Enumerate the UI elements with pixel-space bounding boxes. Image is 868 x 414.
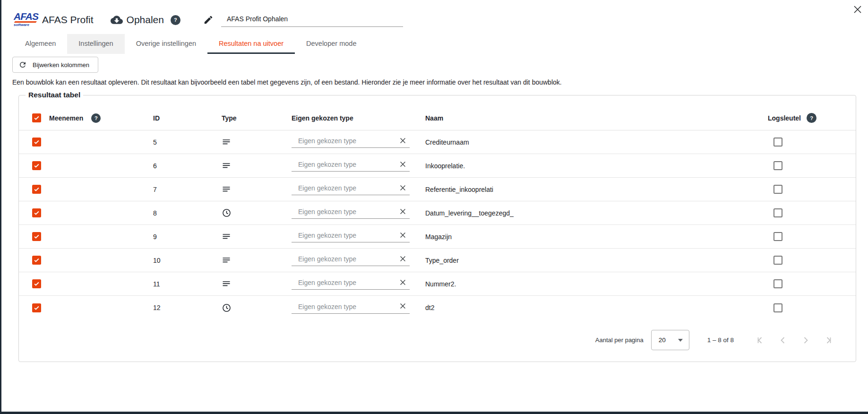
include-checkbox[interactable] [32,208,41,217]
tab-algemeen[interactable]: Algemeen [14,34,67,54]
logkey-checkbox[interactable] [773,208,782,217]
include-checkbox[interactable] [32,256,41,265]
text-type-icon [222,138,292,147]
row-id: 11 [153,280,222,288]
column-header-logsleutel: Logsleutel [768,114,801,122]
custom-type-input[interactable] [292,160,399,168]
first-page-icon[interactable] [755,335,766,346]
logsleutel-help-badge[interactable]: ? [807,113,816,123]
last-page-icon[interactable] [823,335,834,346]
logo-swoosh [14,21,37,23]
table-row: 11 Nummer2. [19,272,856,296]
logo-brand-text: AFAS [14,12,38,21]
row-name: Datum_levering__toegezegd_ [425,209,768,217]
clear-icon[interactable] [399,255,407,263]
logkey-checkbox[interactable] [773,232,782,241]
clock-type-icon [222,208,292,218]
pagination: Aantal per pagina 20 1 – 8 of 8 [19,319,856,353]
table-row: 8 Datum_levering__toegezegd_ [19,201,856,225]
clock-type-icon [222,303,292,313]
column-header-eigen-gekozen-type: Eigen gekozen type [292,114,425,122]
result-description: Een bouwblok kan een resultaat opleveren… [12,78,868,86]
next-page-icon[interactable] [800,335,811,346]
table-row: 12 dt2 [19,296,856,319]
column-header-type: Type [222,114,292,122]
row-id: 5 [153,138,222,146]
row-id: 6 [153,162,222,170]
clear-icon[interactable] [399,231,407,239]
tab-overige-instellingen[interactable]: Overige instellingen [125,34,207,54]
connector-name-input[interactable] [221,13,403,27]
row-id: 8 [153,209,222,217]
logkey-checkbox[interactable] [773,303,782,312]
name-edit-group [203,13,403,27]
text-type-icon [222,256,292,265]
row-id: 10 [153,257,222,264]
custom-type-field [292,160,410,172]
page-size-value: 20 [659,336,666,344]
previous-page-icon[interactable] [777,335,789,346]
custom-type-input[interactable] [292,207,399,216]
custom-type-input[interactable] [292,183,399,192]
custom-type-field [292,278,410,290]
table-row: 7 Referentie_inkooprelati [19,178,856,201]
row-id: 7 [153,186,222,193]
include-checkbox[interactable] [32,138,41,147]
table-row: 5 Crediteurnaam [19,130,856,154]
result-table-fieldset: Resultaat tabel Meenemen ? ID Type Eigen… [18,91,856,362]
text-type-icon [222,232,292,242]
tab-developer-mode[interactable]: Developer mode [295,34,368,54]
custom-type-input[interactable] [292,136,399,145]
update-columns-button[interactable]: Bijwerken kolommen [12,57,98,73]
row-id: 12 [153,304,222,311]
clear-icon[interactable] [399,278,407,286]
logkey-checkbox[interactable] [773,161,782,170]
logkey-checkbox[interactable] [773,279,782,288]
table-row: 10 Type_order [19,249,856,272]
text-type-icon [222,185,292,194]
chevron-down-icon [678,339,683,342]
page-size-select[interactable]: 20 [651,330,689,350]
tab-instellingen[interactable]: Instellingen [67,34,124,54]
include-checkbox[interactable] [32,161,41,170]
row-name: dt2 [425,304,768,311]
app-title: AFAS Profit [42,14,94,26]
logkey-checkbox[interactable] [773,138,782,147]
clear-icon[interactable] [399,207,407,216]
include-checkbox[interactable] [32,232,41,241]
row-name: Crediteurnaam [425,138,768,146]
row-name: Nummer2. [425,280,768,288]
custom-type-field [292,136,410,148]
logo-sub-text: software [14,23,38,27]
app-header: AFAS software AFAS Profit Ophalen ? [14,10,868,29]
custom-type-field [292,183,410,195]
custom-type-input[interactable] [292,302,399,310]
column-header-id: ID [153,114,222,122]
select-all-checkbox[interactable] [32,113,41,122]
table-row: 6 Inkooprelatie. [19,154,856,178]
meenemen-help-badge[interactable]: ? [91,113,101,123]
ophalen-help-badge[interactable]: ? [171,15,180,25]
include-checkbox[interactable] [32,303,41,312]
custom-type-input[interactable] [292,254,399,263]
text-type-icon [222,279,292,289]
connector-action: Ophalen ? [111,14,180,26]
logkey-checkbox[interactable] [773,256,782,265]
logkey-checkbox[interactable] [773,185,782,194]
custom-type-input[interactable] [292,231,399,239]
pencil-icon [203,15,214,25]
close-icon[interactable] [852,4,863,15]
include-checkbox[interactable] [32,185,41,194]
row-name: Referentie_inkooprelati [425,186,768,193]
tab-resultaten-na-uitvoer[interactable]: Resultaten na uitvoer [207,34,295,54]
include-checkbox[interactable] [32,279,41,288]
clear-icon[interactable] [399,160,407,168]
clear-icon[interactable] [399,302,407,310]
clear-icon[interactable] [399,184,407,192]
afas-logo: AFAS software [14,12,38,28]
clear-icon[interactable] [399,137,407,145]
custom-type-field [292,302,410,314]
table-body: 5 Crediteurnaam 6 [19,130,856,319]
custom-type-input[interactable] [292,278,399,286]
toolbar: Bijwerken kolommen [12,57,868,73]
